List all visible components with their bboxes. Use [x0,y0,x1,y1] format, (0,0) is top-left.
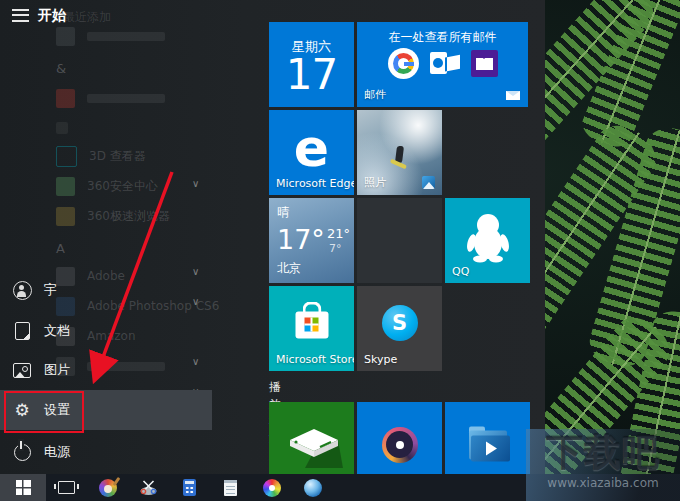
pictures-icon [13,363,31,378]
blue-globe-icon [304,479,322,497]
mail-provider-icons [357,48,528,79]
document-icon [15,322,30,340]
qq-penguin-icon [466,211,510,263]
start-menu: & 3D 查看器 360安全中心 360极速浏览器 A [0,0,545,474]
task-view-icon [58,481,75,494]
tile-movies-tv[interactable] [445,402,530,474]
watermark-url: www.xiazaiba.com [526,476,680,490]
skype-logo-icon: S [382,305,418,341]
paint-palette-icon [99,479,117,497]
tile-mail[interactable]: 在一处查看所有邮件 邮件 [357,22,528,107]
google-logo-icon [388,48,419,79]
mail-tile-header: 在一处查看所有邮件 [357,29,528,46]
weather-high: 21° [327,226,350,241]
user-avatar-icon [13,281,32,300]
tile-weather[interactable]: 晴 17° 21° 7° 北京 [269,198,354,283]
weather-condition: 晴 [277,204,289,221]
calendar-day: 17 [269,50,354,99]
taskbar-app-calculator[interactable] [169,474,210,501]
movies-tv-icon [469,430,507,459]
envelope-icon [506,91,520,100]
yahoo-mail-icon [471,50,498,77]
tile-empty[interactable] [357,198,442,283]
rail-item-power[interactable]: 电源 [0,432,212,472]
task-view-button[interactable] [46,474,87,501]
hamburger-menu-icon[interactable] [12,9,29,22]
weather-city: 北京 [277,260,301,277]
notepad-icon [224,480,237,496]
snipping-tool-icon [139,479,158,496]
taskbar-app-notepad[interactable] [210,474,251,501]
recent-added-label: 最近添加 [63,9,111,26]
tile-microsoft-edge[interactable]: e Microsoft Edge [269,110,354,195]
taskbar-app-paint[interactable] [87,474,128,501]
rail-item-pictures[interactable]: 图片 [0,350,212,390]
tile-photos[interactable]: 照片 [357,110,442,195]
calculator-icon [183,479,196,496]
rail-item-documents[interactable]: 文档 [0,311,212,351]
outlook-logo-icon [430,50,460,77]
groove-music-icon [382,427,418,463]
store-bag-icon [295,312,328,339]
tile-calendar[interactable]: 星期六 17 [269,22,354,107]
start-menu-title: 开始 [38,7,66,25]
rail-item-user[interactable]: 宇 [0,270,212,310]
screen: & 3D 查看器 360安全中心 360极速浏览器 A [0,0,680,501]
taskbar-app-color-wheel[interactable] [251,474,292,501]
photos-app-icon [422,176,435,189]
power-icon [14,444,31,461]
tile-qq[interactable]: QQ [445,198,530,283]
watermark: 下载吧 www.xiazaiba.com [526,429,680,501]
tile-groove-music[interactable] [357,402,442,474]
windows-logo-icon [16,480,31,495]
taskbar-app-snipping-tool[interactable] [128,474,169,501]
taskbar-app-browser[interactable] [292,474,333,501]
tile-skype[interactable]: S Skype [357,286,442,371]
tile-microsoft-store[interactable]: Microsoft Store [269,286,354,371]
color-wheel-icon [263,479,281,497]
tile-xbox[interactable] [269,402,354,474]
weather-temperature: 17° [277,224,325,255]
xbox-console-icon [281,420,343,468]
edge-logo: e [269,118,354,178]
weather-low: 7° [329,242,342,255]
watermark-brand: 下载吧 [526,432,680,474]
mail-tile-label: 邮件 [364,87,386,102]
annotation-highlight-box [4,391,84,433]
user-name: 宇 [44,281,57,299]
start-button[interactable] [0,474,46,501]
